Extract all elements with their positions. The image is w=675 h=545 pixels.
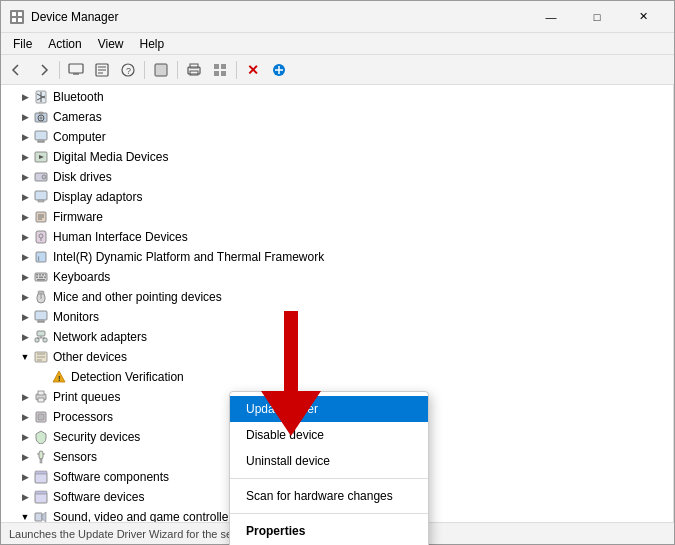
tree-label-sound: Sound, video and game controllers: [53, 510, 238, 522]
ctx-sep-2: [230, 513, 428, 514]
menu-file[interactable]: File: [5, 35, 40, 53]
tree-label-security: Security devices: [53, 430, 140, 444]
svg-marker-92: [42, 512, 46, 522]
tree-item-intel[interactable]: ▶ i Intel(R) Dynamic Platform and Therma…: [1, 247, 673, 267]
toolbar-sep-2: [144, 61, 145, 79]
tree-item-disk[interactable]: ▶ Disk drives: [1, 167, 673, 187]
tree-label-processors: Processors: [53, 410, 113, 424]
svg-text:?: ?: [126, 66, 131, 76]
ctx-uninstall-device[interactable]: Uninstall device: [230, 448, 428, 474]
print-button[interactable]: [182, 58, 206, 82]
tree-item-bluetooth[interactable]: ▶ Bluetooth: [1, 87, 673, 107]
svg-rect-69: [43, 338, 47, 342]
expand-print[interactable]: ▶: [19, 391, 31, 403]
tree-label-cameras: Cameras: [53, 110, 102, 124]
svg-rect-55: [42, 274, 44, 276]
tree-item-display[interactable]: ▶ Display adaptors: [1, 187, 673, 207]
tree-item-computer[interactable]: ▶ Computer: [1, 127, 673, 147]
properties-button[interactable]: [90, 58, 114, 82]
bluetooth-icon: [33, 89, 49, 105]
expand-bluetooth[interactable]: ▶: [19, 91, 31, 103]
update-button[interactable]: [149, 58, 173, 82]
tree-label-firmware: Firmware: [53, 210, 103, 224]
hid-icon: [33, 229, 49, 245]
expand-computer[interactable]: ▶: [19, 131, 31, 143]
grid-button[interactable]: [208, 58, 232, 82]
maximize-button[interactable]: □: [574, 1, 620, 33]
expand-display[interactable]: ▶: [19, 191, 31, 203]
menu-view[interactable]: View: [90, 35, 132, 53]
tree-label-disk: Disk drives: [53, 170, 112, 184]
svg-rect-0: [10, 10, 24, 24]
tree-item-media[interactable]: ▶ Digital Media Devices: [1, 147, 673, 167]
expand-intel[interactable]: ▶: [19, 251, 31, 263]
expand-disk[interactable]: ▶: [19, 171, 31, 183]
menu-bar: File Action View Help: [1, 33, 674, 55]
window-title: Device Manager: [31, 10, 528, 24]
ctx-scan-hardware[interactable]: Scan for hardware changes: [230, 483, 428, 509]
mice-icon: [33, 289, 49, 305]
expand-media[interactable]: ▶: [19, 151, 31, 163]
expand-sensors[interactable]: ▶: [19, 451, 31, 463]
expand-network[interactable]: ▶: [19, 331, 31, 343]
svg-rect-59: [44, 277, 46, 279]
svg-rect-32: [39, 112, 43, 114]
computer-button[interactable]: [64, 58, 88, 82]
svg-rect-18: [214, 64, 219, 69]
expand-hid[interactable]: ▶: [19, 231, 31, 243]
back-button[interactable]: [5, 58, 29, 82]
svg-rect-64: [35, 311, 47, 320]
expand-mice[interactable]: ▶: [19, 291, 31, 303]
menu-action[interactable]: Action: [40, 35, 89, 53]
expand-processors[interactable]: ▶: [19, 411, 31, 423]
ctx-properties[interactable]: Properties: [230, 518, 428, 544]
expand-sound[interactable]: ▼: [19, 511, 31, 522]
tree-item-firmware[interactable]: ▶ Firmware: [1, 207, 673, 227]
sensor-icon: [33, 449, 49, 465]
other-devices-icon: [33, 349, 49, 365]
window-controls: — □ ✕: [528, 1, 666, 33]
add-button[interactable]: [267, 58, 291, 82]
tree-item-mice[interactable]: ▶ Mice and other pointing devices: [1, 287, 673, 307]
forward-button[interactable]: [31, 58, 55, 82]
expand-sw-devices[interactable]: ▶: [19, 491, 31, 503]
media-icon: [33, 149, 49, 165]
svg-rect-47: [36, 231, 46, 243]
expand-security[interactable]: ▶: [19, 431, 31, 443]
app-icon: [9, 9, 25, 25]
tree-item-hid[interactable]: ▶ Human Interface Devices: [1, 227, 673, 247]
svg-rect-90: [35, 491, 47, 494]
tree-label-media: Digital Media Devices: [53, 150, 168, 164]
ctx-disable-device[interactable]: Disable device: [230, 422, 428, 448]
ctx-update-driver[interactable]: Update driver: [230, 396, 428, 422]
expand-monitors[interactable]: ▶: [19, 311, 31, 323]
expand-keyboards[interactable]: ▶: [19, 271, 31, 283]
tree-label-computer: Computer: [53, 130, 106, 144]
tree-label-bluetooth: Bluetooth: [53, 90, 104, 104]
menu-help[interactable]: Help: [132, 35, 173, 53]
tree-label-other-devices: Other devices: [53, 350, 127, 364]
expand-firmware[interactable]: ▶: [19, 211, 31, 223]
svg-rect-84: [40, 459, 42, 463]
title-bar: Device Manager — □ ✕: [1, 1, 674, 33]
svg-rect-42: [38, 200, 44, 202]
tree-item-network[interactable]: ▶ Network adapters: [1, 327, 673, 347]
toolbar-sep-1: [59, 61, 60, 79]
close-button[interactable]: ✕: [620, 1, 666, 33]
tree-label-monitors: Monitors: [53, 310, 99, 324]
svg-rect-19: [221, 64, 226, 69]
expand-cameras[interactable]: ▶: [19, 111, 31, 123]
help-button[interactable]: ?: [116, 58, 140, 82]
processor-icon: [33, 409, 49, 425]
tree-item-cameras[interactable]: ▶ Cameras: [1, 107, 673, 127]
tree-item-other-devices[interactable]: ▼ Other devices: [1, 347, 673, 367]
delete-button[interactable]: ✕: [241, 58, 265, 82]
tree-label-sensors: Sensors: [53, 450, 97, 464]
svg-rect-4: [18, 18, 22, 22]
minimize-button[interactable]: —: [528, 1, 574, 33]
tree-item-keyboards[interactable]: ▶ Keyboards: [1, 267, 673, 287]
expand-sw-components[interactable]: ▶: [19, 471, 31, 483]
tree-item-detection[interactable]: ▶ ! Detection Verification: [1, 367, 673, 387]
expand-other[interactable]: ▼: [19, 351, 31, 363]
tree-item-monitors[interactable]: ▶ Monitors: [1, 307, 673, 327]
